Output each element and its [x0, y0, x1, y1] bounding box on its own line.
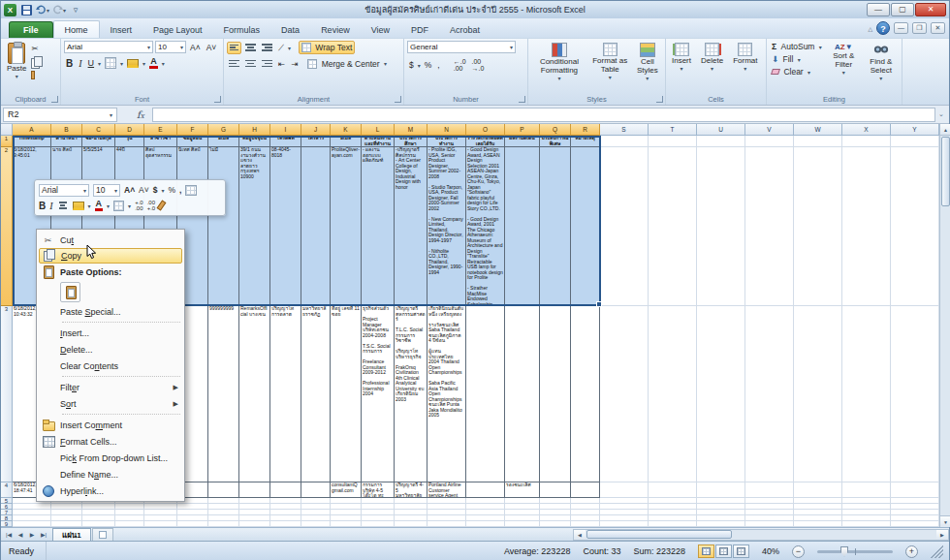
cell-V2[interactable] [745, 147, 794, 306]
cell-W2[interactable] [794, 147, 842, 306]
cell-V9[interactable] [745, 521, 794, 527]
column-header-W[interactable]: W [794, 124, 842, 136]
cell-G4[interactable] [208, 482, 239, 498]
column-header-H[interactable]: H [239, 124, 270, 136]
column-header-A[interactable]: A [13, 124, 51, 136]
workbook-minimize-icon[interactable]: — [894, 22, 908, 34]
number-format-combo[interactable]: General▾ [407, 41, 516, 53]
cell-Y1[interactable] [891, 136, 939, 147]
cell-Q1[interactable]: ประสบการณ์พิเศษ [540, 136, 571, 147]
accounting-format-icon[interactable]: $ [407, 59, 416, 71]
cell-V3[interactable] [745, 306, 794, 482]
cell-A1[interactable]: Timestamp [13, 136, 51, 147]
mini-decrease-decimal-icon[interactable]: .00+.0 [147, 200, 156, 211]
cell-S1[interactable] [600, 136, 649, 147]
name-box-caret-icon[interactable]: ▾ [110, 111, 112, 118]
menu-item-insert[interactable]: Insert... [39, 325, 182, 341]
align-bottom-icon[interactable] [260, 42, 274, 54]
cell-S3[interactable] [600, 306, 649, 482]
cell-U1[interactable] [697, 136, 745, 147]
column-header-T[interactable]: T [649, 124, 697, 136]
increase-indent-icon[interactable]: ⇥ [289, 58, 300, 70]
cell-K1[interactable]: อีเมล์ [331, 136, 362, 147]
scroll-up-icon[interactable]: ▲ [940, 124, 950, 136]
cell-E9[interactable] [144, 521, 177, 527]
mini-italic-button[interactable]: I [49, 201, 52, 211]
decrease-decimal-icon[interactable]: .00→.0 [470, 57, 487, 73]
zoom-slider-thumb[interactable] [840, 546, 848, 557]
column-header-X[interactable]: X [842, 124, 891, 136]
cell-O3[interactable] [466, 306, 505, 482]
cell-P3[interactable] [505, 306, 540, 482]
mini-bold-button[interactable]: B [39, 201, 46, 211]
cell-V1[interactable] [745, 136, 794, 147]
column-header-D[interactable]: D [115, 124, 144, 136]
insert-function-icon[interactable]: fx [137, 109, 144, 120]
underline-button[interactable]: U [86, 57, 97, 69]
help-icon[interactable]: ? [876, 21, 890, 35]
comma-style-icon[interactable]: , [435, 59, 441, 71]
column-header-J[interactable]: J [301, 124, 331, 136]
column-header-O[interactable]: O [466, 124, 505, 136]
normal-view-button[interactable] [698, 544, 714, 558]
cell-I9[interactable] [270, 521, 301, 527]
menu-item-insert-comment[interactable]: Insert Comment [39, 417, 182, 433]
cell-U3[interactable] [697, 306, 745, 482]
align-left-icon[interactable] [227, 57, 241, 70]
conditional-formatting-button[interactable]: Conditional Formatting▾ [531, 41, 587, 85]
tab-formulas[interactable]: Formulas [213, 21, 271, 38]
cell-S9[interactable] [600, 521, 649, 527]
tab-home[interactable]: Home [53, 20, 100, 38]
cell-T9[interactable] [649, 521, 697, 527]
grow-font-icon[interactable]: A˄ [188, 42, 203, 53]
cell-R4[interactable] [571, 482, 600, 498]
vertical-scrollbar[interactable]: ▲ ▼ [939, 124, 950, 527]
cell-L4[interactable]: กรรมการบริษัท 4-5 โต๊ะโต ทะ [362, 482, 395, 498]
cell-P4[interactable]: รองชนะเลิศ [505, 482, 540, 498]
cell-M4[interactable]: ปริญญาตรี 4-5 มหาวิทยาลัย City Universit… [395, 482, 428, 498]
cell-J4[interactable] [301, 482, 331, 498]
cell-O9[interactable] [466, 521, 505, 527]
minimize-ribbon-icon[interactable]: △ [868, 25, 872, 32]
cell-G1[interactable]: อีเมล [208, 136, 239, 147]
clipboard-dialog-launcher-icon[interactable] [51, 96, 58, 103]
mini-shrink-font-icon[interactable]: A˅ [139, 185, 149, 195]
font-size-combo[interactable]: 10▾ [155, 41, 186, 53]
cell-G2[interactable]: ไม่มี [208, 147, 239, 306]
mini-merge-icon[interactable] [185, 185, 197, 196]
menu-item-clear-contents[interactable]: Clear Contents [39, 358, 182, 374]
row-header-3[interactable]: 3 [1, 306, 13, 482]
horizontal-scroll-thumb[interactable] [586, 530, 732, 539]
cell-A9[interactable] [13, 521, 51, 527]
cell-J2[interactable] [301, 147, 331, 306]
menu-item-delete[interactable]: Delete... [39, 341, 182, 358]
mini-percent-icon[interactable]: % [169, 185, 176, 195]
cell-D9[interactable] [115, 521, 144, 527]
close-button[interactable]: ✕ [915, 3, 946, 16]
zoom-out-button[interactable]: − [792, 545, 805, 558]
cell-X4[interactable] [842, 482, 891, 498]
column-header-S[interactable]: S [600, 124, 649, 136]
cell-E1[interactable]: สาขาวิชา [144, 136, 177, 147]
column-header-F[interactable]: F [177, 124, 208, 136]
menu-item-copy[interactable]: Copy [39, 248, 182, 264]
cell-Q9[interactable] [540, 521, 571, 527]
column-header-K[interactable]: K [331, 124, 362, 136]
column-header-C[interactable]: C [82, 124, 115, 136]
cell-J3[interactable]: มหาวิทยาลัยราชภัฏ [301, 306, 331, 482]
cell-T2[interactable] [649, 147, 697, 306]
scroll-right-icon[interactable]: ▶ [936, 530, 948, 540]
insert-cells-button[interactable]: Insert▾ [669, 41, 694, 76]
cell-F1[interactable]: ข้อมูลอื่น [177, 136, 208, 147]
cell-L2[interactable]: - ผลงานออกแบบ ผลิตภัณฑ์ [362, 147, 395, 306]
bold-button[interactable]: B [64, 57, 75, 70]
first-sheet-icon[interactable]: |◀ [3, 531, 15, 538]
cell-X1[interactable] [842, 136, 891, 147]
formula-input[interactable] [152, 108, 935, 122]
cell-S2[interactable] [600, 147, 649, 306]
resize-grip[interactable] [931, 545, 943, 558]
cell-O1[interactable]: รางวัลเกียรติยศที่เคยได้รับ [466, 136, 505, 147]
merge-center-button[interactable]: Merge & Center ▾ [305, 58, 389, 70]
fill-button[interactable]: ⬇ Fill ▾ [770, 53, 824, 65]
tab-data[interactable]: Data [270, 21, 310, 38]
